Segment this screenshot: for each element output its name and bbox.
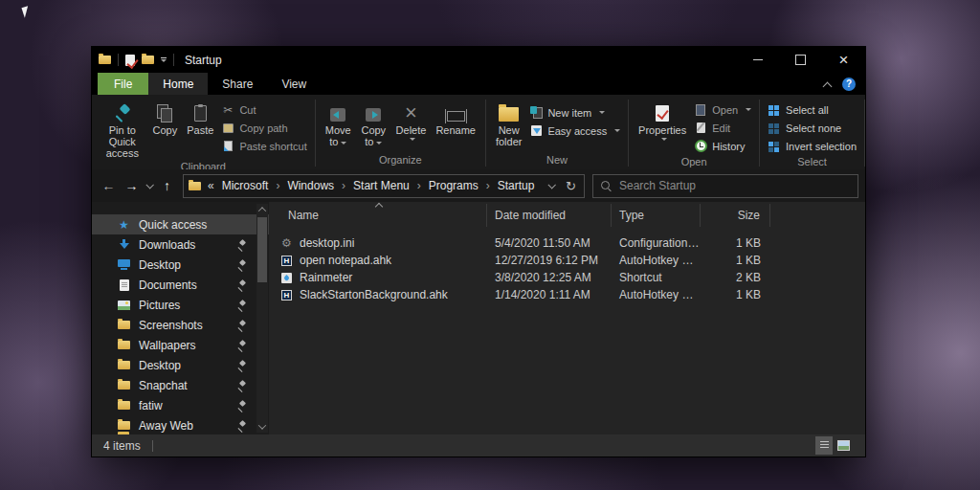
tab-home[interactable]: Home [148,73,208,95]
breadcrumb-overflow-indicator[interactable]: « [208,179,214,192]
select-none-icon [768,122,780,134]
qat-properties-icon[interactable] [125,55,135,66]
ribbon-group-organize: Move to Copy to Delete Rename Organize [316,97,485,169]
file-name: SlackStartonBackground.ahk [300,288,448,301]
chevron-right-icon[interactable] [415,179,423,192]
autohotkey-icon [281,290,292,301]
breadcrumb-microsoft[interactable]: Microsoft [216,179,275,192]
file-size: 2 KB [701,271,770,284]
file-row-rainmeter[interactable]: Rainmeter 3/8/2020 12:25 AM Shortcut 2 K… [269,269,865,286]
recent-locations-chevron[interactable] [145,179,154,192]
sidebar-item-quick-access[interactable]: Quick access [92,214,269,234]
address-bar[interactable]: « Microsoft Windows Start Menu Programs … [183,174,585,198]
scissors-icon [223,104,233,116]
qat-new-folder-icon[interactable] [142,56,154,64]
sidebar-item-label: Wallpapers [139,339,196,352]
move-to-button[interactable]: Move to [321,100,356,148]
invert-selection-button[interactable]: Invert selection [765,137,859,155]
sidebar-item-pictures[interactable]: Pictures [92,295,269,315]
sidebar-item-label: fatiw [139,399,163,412]
sidebar-item-desktop[interactable]: Desktop [92,255,269,275]
minimize-button[interactable] [736,47,779,73]
close-button[interactable] [822,47,865,73]
file-name: open notepad.ahk [300,254,391,267]
scroll-down-chevron[interactable] [256,421,268,433]
file-row-slackstartonbackground-ahk[interactable]: SlackStartonBackground.ahk 1/14/2020 1:1… [269,286,865,303]
details-view-button[interactable] [815,436,833,455]
pin-icon [237,401,246,411]
easy-access-button[interactable]: Easy access [526,122,623,140]
scroll-up-chevron[interactable] [256,204,268,215]
file-row-open-notepad-ahk[interactable]: open notepad.ahk 12/27/2019 6:12 PM Auto… [269,252,865,269]
column-header-date-modified[interactable]: Date modified [487,204,612,227]
breadcrumb-windows[interactable]: Windows [281,179,340,192]
delete-button[interactable]: Delete [391,100,432,142]
sidebar-item-documents[interactable]: Documents [92,275,269,295]
copy-path-button[interactable]: Copy path [218,119,309,137]
search-input[interactable] [619,179,850,192]
paste-button[interactable]: Paste [182,100,218,137]
rename-button[interactable]: Rename [431,100,480,137]
ribbon-collapse-chevron-icon[interactable] [823,80,831,88]
thumbnails-view-button[interactable] [835,436,852,455]
forward-button[interactable] [122,174,142,197]
scrollbar-thumb[interactable] [257,217,267,282]
sidebar-scrollbar[interactable] [256,204,268,433]
navigation-bar: « Microsoft Windows Start Menu Programs … [92,169,865,202]
copy-button[interactable]: Copy [148,100,183,137]
breadcrumb-start-menu[interactable]: Start Menu [347,179,415,192]
delete-icon [402,104,419,122]
download-icon [119,239,129,251]
ribbon-divider [864,100,865,167]
paste-shortcut-button[interactable]: Paste shortcut [218,137,309,155]
new-folder-button[interactable]: New folder [491,100,527,148]
back-button[interactable] [99,174,119,197]
history-button[interactable]: History [691,137,754,155]
open-button[interactable]: Open [691,100,754,119]
address-dropdown-chevron[interactable] [546,179,556,192]
search-box[interactable] [592,174,858,198]
sidebar-item-desktop-2[interactable]: Desktop [92,355,269,375]
maximize-button[interactable] [779,47,822,73]
sidebar-item-label: Downloads [139,238,195,252]
help-button[interactable] [842,78,856,91]
pin-icon [237,341,246,350]
file-row-desktop-ini[interactable]: desktop.ini 5/4/2020 11:50 AM Configurat… [269,234,865,252]
sidebar-item-label: Documents [139,278,197,292]
refresh-icon[interactable] [566,177,576,194]
qat-customize-chevron[interactable] [161,57,167,62]
file-type: AutoHotkey Script [612,254,701,267]
sidebar-item-fatiw[interactable]: fatiw [92,395,269,415]
tab-file[interactable]: File [98,73,148,95]
select-none-button[interactable]: Select none [765,119,859,137]
edit-icon [697,122,705,133]
window-title: Startup [185,54,222,67]
select-all-button[interactable]: Select all [765,100,859,119]
tab-share[interactable]: Share [208,73,267,95]
easy-access-label: Easy access [547,125,607,137]
delete-label: Delete [396,124,427,136]
chevron-right-icon[interactable] [274,179,281,192]
sidebar-item-snapchat[interactable]: Snapchat [92,375,269,395]
breadcrumb-programs[interactable]: Programs [423,179,484,192]
up-button[interactable] [157,174,177,197]
column-header-size[interactable]: Size [701,204,770,227]
edit-button[interactable]: Edit [691,119,754,137]
copy-to-button[interactable]: Copy to [356,100,391,148]
column-header-type[interactable]: Type [612,204,701,227]
sidebar-item-downloads[interactable]: Downloads [92,234,269,255]
breadcrumb-startup[interactable]: Startup [492,179,541,192]
cut-button[interactable]: Cut [218,100,309,119]
file-date-modified: 12/27/2019 6:12 PM [487,254,612,267]
tab-view[interactable]: View [267,73,321,95]
new-item-button[interactable]: New item [526,103,623,122]
pin-to-quick-access-button[interactable]: Pin to Quick access [97,100,148,160]
chevron-right-icon[interactable] [340,179,347,192]
properties-button[interactable]: Properties [634,100,691,142]
chevron-right-icon[interactable] [484,179,492,192]
sidebar-item-screenshots[interactable]: Screenshots [92,315,269,335]
sidebar-item-wallpapers[interactable]: Wallpapers [92,335,269,355]
chevron-down-icon [341,142,346,145]
sort-ascending-chevron [376,203,383,208]
pin-icon [237,280,246,290]
